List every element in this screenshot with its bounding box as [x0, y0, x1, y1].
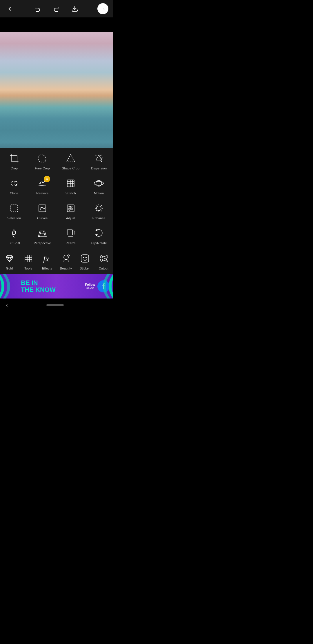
clone-icon — [8, 177, 21, 190]
tool-sticker[interactable]: Sticker — [75, 248, 94, 273]
tool-dispersion[interactable]: Dispersion — [85, 148, 113, 173]
tool-beautify[interactable]: Beautify — [57, 248, 75, 273]
tool-effects[interactable]: fx Effects — [38, 248, 57, 273]
perspective-icon — [36, 227, 49, 240]
back-button[interactable] — [5, 3, 15, 14]
shape-crop-icon — [64, 152, 77, 165]
tool-clone[interactable]: Clone — [0, 173, 28, 198]
svg-line-37 — [96, 205, 97, 206]
tools-row-3: Selection Curves — [0, 198, 113, 223]
ad-follow-line1: Follow — [85, 283, 95, 286]
ad-banner[interactable]: BE IN THE KNOW Follow us on f — [0, 274, 113, 299]
tool-motion[interactable]: Motion — [85, 173, 113, 198]
image-canvas[interactable] — [0, 32, 113, 148]
cutout-icon — [97, 252, 110, 265]
redo-button[interactable] — [51, 3, 61, 14]
ad-follow-line2: us on — [86, 286, 94, 290]
svg-point-30 — [71, 208, 72, 209]
svg-line-69 — [104, 256, 105, 261]
svg-line-4 — [101, 158, 103, 158]
tool-cutout[interactable]: Cutout — [94, 248, 113, 273]
svg-text:fx: fx — [43, 254, 49, 263]
free-crop-label: Free Crop — [35, 167, 50, 170]
svg-point-8 — [16, 184, 17, 185]
svg-point-9 — [39, 183, 41, 184]
ad-right-decoration — [99, 274, 113, 299]
tools-label: Tools — [24, 267, 32, 270]
sticker-icon — [79, 252, 91, 265]
ad-left-decoration — [0, 274, 14, 299]
tools-row-2: Clone ♛ Remove — [0, 173, 113, 198]
top-bar-center — [32, 3, 80, 14]
tool-selection[interactable]: Selection — [0, 198, 28, 223]
nav-back-chevron[interactable]: ‹ — [6, 302, 8, 308]
image-background — [0, 32, 113, 148]
tool-stretch[interactable]: Stretch — [57, 173, 85, 198]
tool-crop[interactable]: Crop — [0, 148, 28, 173]
tilt-shift-icon — [8, 227, 21, 240]
gold-label: Gold — [6, 267, 13, 270]
svg-point-7 — [11, 181, 15, 185]
svg-point-65 — [100, 256, 103, 258]
crop-icon — [8, 152, 21, 165]
undo-button[interactable] — [32, 3, 43, 14]
shape-crop-label: Shape Crop — [62, 167, 79, 170]
tool-enhance[interactable]: Enhance — [85, 198, 113, 223]
svg-line-39 — [101, 205, 102, 206]
next-icon: → — [100, 6, 106, 12]
effects-label: Effects — [42, 267, 52, 270]
flip-rotate-icon — [92, 227, 105, 240]
tool-curves[interactable]: Curves — [28, 198, 57, 223]
dispersion-icon — [92, 152, 105, 165]
svg-rect-62 — [81, 255, 89, 262]
tool-resize[interactable]: Resize — [57, 223, 85, 248]
svg-marker-49 — [6, 256, 13, 262]
tool-tools[interactable]: Tools — [19, 248, 38, 273]
ad-follow-text: Follow us on — [85, 283, 95, 290]
svg-marker-51 — [11, 256, 13, 257]
stretch-icon — [64, 177, 77, 190]
svg-point-31 — [69, 209, 70, 210]
svg-marker-1 — [67, 154, 75, 162]
tool-flip-rotate[interactable]: Flip/Rotate — [85, 223, 113, 248]
tools-row-1: Crop Free Crop Shape Crop — [0, 148, 113, 173]
resize-label: Resize — [65, 241, 76, 245]
svg-marker-52 — [8, 257, 11, 262]
adjust-icon — [64, 202, 77, 215]
cutout-label: Cutout — [99, 267, 109, 270]
svg-rect-46 — [67, 230, 72, 235]
svg-point-32 — [97, 206, 101, 211]
dispersion-label: Dispersion — [91, 167, 107, 170]
svg-line-6 — [95, 155, 97, 156]
motion-icon — [92, 177, 105, 190]
tool-perspective[interactable]: Perspective — [28, 223, 57, 248]
dark-strip — [0, 17, 113, 32]
tool-gold[interactable]: Gold — [0, 248, 19, 273]
enhance-icon — [92, 202, 105, 215]
svg-point-24 — [41, 207, 42, 208]
svg-rect-55 — [25, 255, 32, 262]
download-button[interactable] — [70, 3, 80, 14]
tools-icon — [22, 252, 35, 265]
selection-icon — [8, 202, 21, 215]
tool-free-crop[interactable]: Free Crop — [28, 148, 57, 173]
svg-line-40 — [96, 210, 97, 211]
nav-home-indicator[interactable] — [46, 304, 64, 306]
free-crop-icon — [36, 152, 49, 165]
svg-point-63 — [83, 257, 84, 258]
top-bar: → — [0, 0, 113, 17]
crop-label: Crop — [10, 167, 18, 170]
next-button[interactable]: → — [97, 3, 108, 14]
tool-remove[interactable]: ♛ Remove — [28, 173, 57, 198]
svg-point-29 — [70, 206, 71, 207]
tools-bottom-row: Gold Tools fx Effects — [0, 248, 113, 273]
svg-point-64 — [85, 257, 87, 258]
bottom-nav: ‹ — [0, 299, 113, 311]
svg-point-10 — [42, 182, 43, 183]
tool-shape-crop[interactable]: Shape Crop — [57, 148, 85, 173]
beautify-label: Beautify — [60, 267, 72, 270]
tool-tilt-shift[interactable]: Tilt Shift — [0, 223, 28, 248]
curves-label: Curves — [37, 216, 48, 220]
remove-badge: ♛ — [44, 176, 50, 182]
tool-adjust[interactable]: Adjust — [57, 198, 85, 223]
